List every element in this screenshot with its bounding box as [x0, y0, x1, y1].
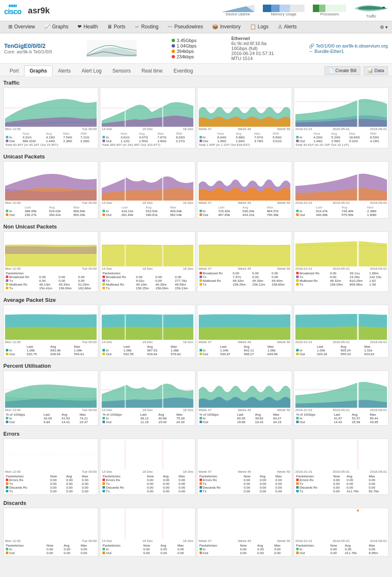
discards-chart-year: 2016-01-012016-05-012016-09-01 Packets/s… [294, 508, 389, 557]
in-sq [200, 417, 202, 419]
discards-chart-week: 14 Dec16 Dec18 Dec Packets/secNowAvgMax … [100, 508, 195, 557]
util-svg-month [199, 372, 290, 408]
errors-year-stats: Packets/secNowAvgMax Errors Rx0.000.000.… [295, 474, 387, 493]
discards-title: Discards [3, 500, 389, 506]
discards-chart-day: Mon 12:00Tue 00:00 Packets/secNowAvgMax … [3, 508, 98, 557]
stat-in-3: 394kbps [177, 49, 194, 54]
traffic-day-xlabels: Mon 12:00Tue 00:00 [5, 127, 97, 131]
stat-uptime: Device Uptime [221, 5, 255, 16]
in-sq [102, 136, 105, 138]
nonunicast-chart-month: Week 47Week 49Week 50 Broadcast Rx0.000.… [197, 231, 292, 292]
svg-point-9 [382, 7, 385, 8]
in-sq [102, 548, 105, 550]
mcast-tx-sq [102, 287, 105, 289]
avgpkt-day-xlabels: Mon 12:00Tue 00:00 [5, 340, 97, 344]
bcast-tx-sq [102, 279, 105, 282]
nav-pseudowires[interactable]: ⋯ Pseudowires [163, 21, 207, 33]
settings-icon[interactable]: ⚙ ▾ [380, 25, 388, 30]
disc-sq [6, 486, 8, 489]
nav-routing[interactable]: ↔ Routing [130, 21, 162, 33]
unicast-day-stats: LastAvgMax In388.95k524.02k909.64k Out23… [5, 206, 97, 217]
errors-day-xlabels: Mon 12:00Tue 00:00 [5, 470, 97, 474]
unicast-svg-year [295, 163, 387, 201]
avgpkt-year-stats: LastAvgMax In1.00k905.241.01k Out529.185… [295, 345, 387, 356]
create-bill-button[interactable]: 📄 Create Bill [325, 66, 360, 75]
svg-rect-41 [357, 233, 359, 266]
out-sq [200, 353, 202, 355]
if-ethernet-info: Ethernet 6c:9c:ed:6f:16:6a 10Gbps (full)… [231, 36, 274, 61]
nav-overview[interactable]: ⊞ Overview [4, 21, 39, 33]
in-sq [200, 210, 202, 212]
avgpktsize-section: Average Packet Size Mon 12:00Tue 00:00 L… [3, 297, 389, 358]
avgpkt-week-xlabels: 14 Dec16 Dec18 Dec [102, 340, 193, 344]
alerts-label: Alerts [284, 24, 297, 30]
nonunicast-chart-day: Mon 12:00Tue 00:00 Packets/sec Broadcast… [3, 231, 98, 292]
if-link1[interactable]: 🔗 Te0/1/0/0 on asr9k-b.observium.org [309, 43, 388, 48]
in-sq [296, 349, 299, 351]
cisco-text: cisco [4, 8, 21, 16]
processors-label: Processors [320, 12, 339, 16]
if-links: 🔗 Te0/1/0/0 on asr9k-b.observium.org ↔ B… [309, 43, 388, 54]
errors-chart-day: Mon 12:00Tue 00:00 Packets/secNowAvgMax … [3, 439, 98, 495]
data-button[interactable]: 📊 Data [364, 66, 388, 75]
interface-core: Core: asr9k-b Te0/1/0/0 [4, 49, 52, 54]
nav-logs[interactable]: 📋 Logs [246, 21, 273, 33]
in-sq [296, 136, 299, 138]
mcast-sq [6, 283, 8, 286]
traffic-svg-week [102, 89, 193, 127]
nonunicast-charts-grid: Mon 12:00Tue 00:00 Packets/sec Broadcast… [3, 231, 389, 292]
out-sq [200, 421, 202, 423]
top-header: cisco asr9k Device Uptime Memory Usage [0, 0, 392, 21]
util-day-stats: % of 10GbpsLastAvgMax In33.0941.9374.21 … [5, 413, 97, 424]
util-chart-week: 14 Dec16 Dec18 Dec % of 10GbpsLastAvgMax… [100, 371, 195, 426]
err-tx-sq [296, 482, 299, 485]
nav-health[interactable]: ❤ Health [73, 21, 102, 33]
if-stats: 3.45Gbps 1.04Gbps 394kbps 234kbps [172, 38, 197, 59]
traffic-week-xlabels: 14 Dec16 Dec18 Dec [102, 127, 193, 131]
discards-section: Discards Mon 12:00Tue 00:00 Packets/secN… [3, 500, 389, 557]
tab-alertlog[interactable]: Alert Log [76, 65, 107, 76]
out-sq [200, 140, 202, 142]
discards-svg-week [102, 509, 193, 539]
memory-label: Memory Usage [271, 12, 296, 16]
svg-rect-66 [199, 440, 290, 469]
nav-alerts[interactable]: ⚠ Alerts [274, 21, 301, 33]
tab-sensors[interactable]: Sensors [107, 65, 136, 76]
nonunicast-year-stats: Broadcast Rx0.0028.11u1.66m Tx0.0024.28u… [295, 271, 387, 286]
traffic-svg-year [295, 89, 387, 127]
stat-memory: Memory Usage [263, 5, 305, 16]
util-svg-year [295, 372, 387, 408]
overview-label: Overview [14, 24, 35, 30]
errors-day-stats: Packets/secNowAvgMax Errors Rx0.000.000.… [5, 474, 97, 493]
errors-charts-grid: Mon 12:00Tue 00:00 Packets/secNowAvgMax … [3, 439, 389, 495]
traffic-section: Traffic Mon 12:00Tue 00:00 [3, 80, 389, 148]
tab-realtime[interactable]: Real time [136, 65, 168, 76]
unicast-svg-day [5, 163, 97, 201]
nonunicast-chart-year: 2016-01-012016-05-012016-09-01 Broadcast… [294, 231, 389, 292]
nav-graphs[interactable]: 📈 Graphs [40, 21, 72, 33]
inventory-label: Inventory [220, 24, 240, 30]
device-name: asr9k [28, 6, 50, 15]
tab-alerts[interactable]: Alerts [52, 65, 76, 76]
svg-rect-56 [162, 372, 163, 408]
if-traffic-chart [87, 40, 137, 57]
alerts-icon: ⚠ [278, 24, 282, 30]
errors-svg-day [5, 440, 97, 469]
util-week-xlabels: 14 Dec16 Dec18 Dec [102, 408, 193, 412]
health-label: Health [83, 24, 98, 30]
nav-ports[interactable]: 🖥 Ports [103, 21, 130, 33]
err-tx-sq [6, 482, 8, 485]
out-sq [296, 421, 299, 423]
tab-graphs[interactable]: Graphs [24, 65, 52, 76]
avgpkt-svg-month [199, 306, 290, 340]
nonunicast-title: Non Unicast Packets [3, 223, 389, 230]
nav-settings[interactable]: ⚙ ▾ [380, 25, 388, 30]
traffic-year-stats: NowAvgMax95th In4.20G5.24G18.83G8.53G Ou… [295, 132, 387, 147]
if-link2[interactable]: ↔ Bundle-Ether1 [309, 49, 344, 54]
tab-port[interactable]: Port [4, 65, 24, 76]
nav-inventory[interactable]: 📦 Inventory [208, 21, 245, 33]
svg-rect-26 [125, 163, 126, 201]
nonunicast-svg-week [102, 233, 193, 266]
tab-eventlog[interactable]: Eventlog [168, 65, 198, 76]
traffic-chart-week: 14 Dec16 Dec18 Dec NowAvgMax95th In3.61G… [100, 88, 195, 148]
